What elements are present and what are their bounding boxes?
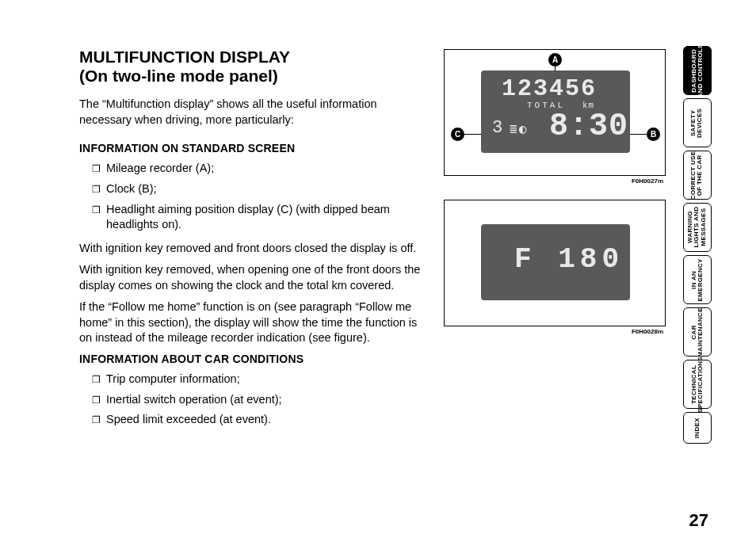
list-item: Clock (B);: [79, 181, 428, 197]
page-number: 27: [689, 510, 708, 531]
aim-digit: 3: [492, 118, 504, 138]
section-2-list: Trip computer information; Inertial swit…: [79, 372, 428, 428]
tab-dashboard-and-controls[interactable]: DASHBOARD AND CONTROLS: [683, 46, 712, 95]
headlight-icon: ≣◐: [510, 121, 528, 137]
tab-index[interactable]: INDEX: [683, 412, 712, 444]
side-tabs: DASHBOARD AND CONTROLS SAFETY DEVICES CO…: [683, 46, 712, 447]
lcd-screen: 123456 TOTAL km 3 ≣◐ 8:30: [481, 71, 630, 153]
section-1-heading: INFORMATION ON STANDARD SCREEN: [79, 142, 428, 154]
figure-1-caption: F0H0027m: [632, 177, 663, 185]
list-item: Trip computer information;: [79, 372, 428, 387]
callout-b: B: [647, 128, 660, 141]
list-item: Headlight aiming position display (C) (w…: [79, 202, 428, 233]
intro-text: The “Multifunction display” shows all th…: [79, 97, 428, 128]
tab-car-maintenance[interactable]: CAR MAINTENANCE: [683, 307, 712, 357]
clock-value: 8:30: [549, 109, 628, 144]
tab-safety-devices[interactable]: SAFETY DEVICES: [683, 98, 712, 147]
section-2-heading: INFORMATION ABOUT CAR CONDITIONS: [79, 353, 428, 365]
tab-correct-use-of-the-car[interactable]: CORRECT USE OF THE CAR: [683, 151, 712, 200]
title-line-2: (On two-line mode panel): [79, 67, 278, 85]
callout-c: C: [451, 128, 464, 141]
title-line-1: MULTIFUNCTION DISPLAY: [79, 48, 290, 66]
follow-me-home-value: F 180: [514, 243, 624, 276]
section-1-list: Mileage recorder (A); Clock (B); Headlig…: [79, 161, 428, 232]
figure-1: 123456 TOTAL km 3 ≣◐ 8:30 A B C F0H0027m: [444, 49, 666, 176]
tab-in-an-emergency[interactable]: IN AN EMERGENCY: [683, 255, 712, 304]
callout-line: [464, 134, 481, 135]
list-item: Inertial switch operation (at event);: [79, 392, 428, 408]
callout-line: [630, 134, 647, 135]
lcd-screen: F 180: [481, 224, 630, 300]
paragraph: With ignition key removed and front door…: [79, 241, 428, 257]
page-title: MULTIFUNCTION DISPLAY (On two-line mode …: [79, 48, 428, 86]
list-item: Mileage recorder (A);: [79, 161, 428, 177]
paragraph: With ignition key removed, when opening …: [79, 262, 428, 293]
paragraph: If the “Follow me home” function is on (…: [79, 299, 428, 346]
list-item: Speed limit exceeded (at event).: [79, 412, 428, 428]
figure-2: F 180 F0H0028m: [444, 200, 666, 326]
callout-line: [555, 67, 556, 71]
tab-technical-specifications[interactable]: TECHNICAL SPECIFICATIONS: [683, 360, 712, 409]
figure-2-caption: F0H0028m: [632, 328, 663, 335]
tab-warning-lights-and-messages[interactable]: WARNING LIGHTS AND MESSAGES: [683, 203, 712, 252]
callout-a: A: [548, 53, 562, 67]
odometer-value: 123456: [502, 75, 597, 102]
